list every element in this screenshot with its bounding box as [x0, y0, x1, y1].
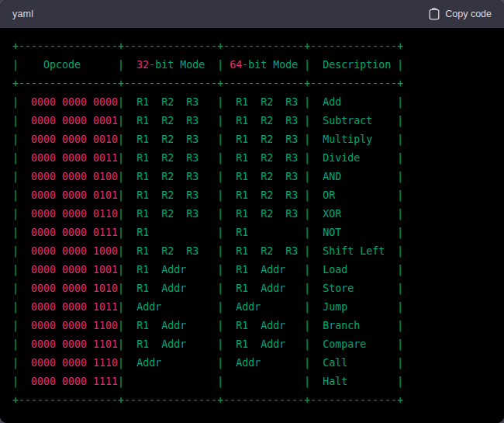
code-line: | 0000 0000 1111| | | Halt | [12, 373, 492, 391]
code-line: | 0000 0000 1010| R1 Addr | R1 Addr | St… [12, 279, 492, 298]
clipboard-icon [429, 8, 440, 20]
code-line: +----------------+---------------+------… [12, 391, 492, 410]
code-line: | 0000 0000 0011| R1 R2 R3 | R1 R2 R3 | … [12, 149, 492, 168]
code-line: | 0000 0000 1011| Addr | Addr | Jump | [12, 298, 492, 317]
code-line: | 0000 0000 1000| R1 R2 R3 | R1 R2 R3 | … [12, 242, 492, 261]
code-line: | 0000 0000 0100| R1 R2 R3 | R1 R2 R3 | … [12, 168, 492, 186]
code-line: | 0000 0000 0110| R1 R2 R3 | R1 R2 R3 | … [12, 205, 492, 224]
code-area: +----------------+---------------+------… [0, 28, 504, 423]
code-line: | Opcode | 32-bit Mode | 64-bit Mode | D… [12, 56, 492, 75]
code-block: yaml Copy code +----------------+-------… [0, 0, 504, 423]
copy-code-label: Copy code [445, 9, 492, 19]
code-header-bar: yaml Copy code [0, 0, 504, 28]
code-line: | 0000 0000 1001| R1 Addr | R1 Addr | Lo… [12, 261, 492, 279]
code-line: | 0000 0000 0000| R1 R2 R3 | R1 R2 R3 | … [12, 93, 492, 112]
code-line: | 0000 0000 1100| R1 Addr | R1 Addr | Br… [12, 317, 492, 335]
code-line: | 0000 0000 0010| R1 R2 R3 | R1 R2 R3 | … [12, 130, 492, 149]
language-label: yaml [12, 9, 33, 19]
code-line: | 0000 0000 0111| R1 | R1 | NOT | [12, 224, 492, 242]
code-line: +----------------+---------------+------… [12, 37, 492, 56]
copy-code-button[interactable]: Copy code [429, 8, 492, 20]
code-line: | 0000 0000 1101| R1 Addr | R1 Addr | Co… [12, 335, 492, 354]
code-line: | 0000 0000 0101| R1 R2 R3 | R1 R2 R3 | … [12, 186, 492, 205]
code-line: | 0000 0000 0001| R1 R2 R3 | R1 R2 R3 | … [12, 112, 492, 130]
code-line: +----------------+---------------+------… [12, 75, 492, 93]
code-line: | 0000 0000 1110| Addr | Addr | Call | [12, 354, 492, 373]
